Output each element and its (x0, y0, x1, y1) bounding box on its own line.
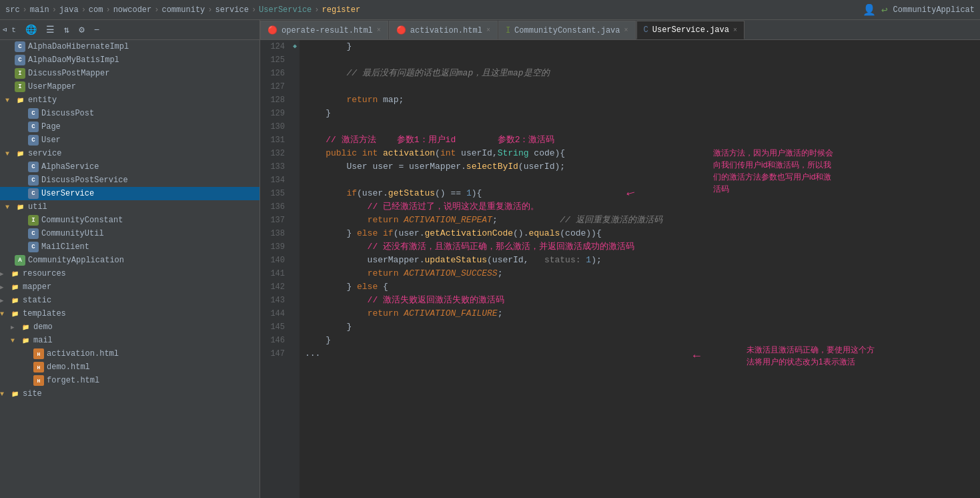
close-operate-result[interactable]: × (377, 27, 381, 34)
code-line-127 (305, 80, 975, 93)
icon-demo-folder: 📁 (20, 322, 31, 332)
line-num-141: 141 (266, 267, 285, 280)
user-icon[interactable]: 👤 (863, 3, 876, 17)
breadcrumb-com[interactable]: com (89, 5, 103, 15)
tree-item-activation-html[interactable]: H activation.html (0, 347, 260, 360)
sidebar-title-arrow: ⊲ t (3, 25, 16, 34)
sep2: › (52, 5, 57, 15)
code-editor[interactable]: 124 125 126 127 128 129 130 131 132 133 … (260, 40, 980, 498)
sidebar-align-icon[interactable]: ☰ (43, 23, 57, 37)
tree-item-user-service[interactable]: C UserService (0, 187, 260, 200)
label-alpha-dao-mybatis: AlphaDaoMyBatisImpl (28, 55, 119, 65)
tab-icon-user-service: C (644, 25, 648, 35)
label-demo-html: demo.html (47, 362, 90, 372)
sep7: › (252, 5, 256, 15)
code-line-137: return ACTIVATION_REPEAT; // 返回重复激活的激活码 (305, 214, 975, 227)
code-line-135: if(user.getStatus() == 1){ (305, 187, 975, 200)
code-lines: } // 最后没有问题的话也返回map，且这里map是空的 return map… (300, 40, 980, 498)
icon-alpha-service: C (28, 162, 39, 172)
tree-item-static-folder[interactable]: ▶ 📁 static (0, 294, 260, 307)
tree-item-entity-folder[interactable]: ▼ 📁 entity (0, 93, 260, 107)
tree-item-templates-folder[interactable]: ▼ 📁 templates (0, 307, 260, 320)
sidebar-gear-icon[interactable]: ⚙ (76, 23, 87, 37)
line-num-132: 132 (266, 147, 285, 160)
tab-community-constant[interactable]: I CommunityConstant.java × (498, 21, 636, 39)
tab-label-user-service: UserService.java (652, 25, 729, 35)
tree-item-mapper-folder[interactable]: ▶ 📁 mapper (0, 280, 260, 294)
line-num-124: 124 (266, 40, 285, 53)
breadcrumb-java[interactable]: java (59, 5, 79, 15)
breadcrumb-userservice[interactable]: UserService (259, 5, 312, 15)
tab-icon-operate-result: 🔴 (268, 25, 278, 35)
line-num-134: 134 (266, 174, 285, 187)
breadcrumb-main[interactable]: main (30, 5, 49, 15)
arrow-static: ▶ (0, 297, 9, 304)
tree-item-user[interactable]: C User (0, 134, 260, 147)
sidebar[interactable]: ⊲ t 🌐 ☰ ⇅ ⚙ − C AlphaDaoHibernateImpl C … (0, 20, 260, 498)
tree-item-alpha-dao-hibernate[interactable]: C AlphaDaoHibernateImpl (0, 40, 260, 53)
close-user-service[interactable]: × (733, 27, 737, 34)
icon-user-service: C (28, 188, 39, 199)
tree-item-resources-folder[interactable]: ▶ 📁 resources (0, 267, 260, 280)
sidebar-sort-icon[interactable]: ⇅ (61, 23, 72, 37)
tree-item-discuss-post-service[interactable]: C DiscussPostService (0, 174, 260, 187)
icon-discuss-post-mapper: I (15, 68, 25, 79)
sidebar-minus-icon[interactable]: − (91, 23, 102, 37)
breadcrumb-community[interactable]: community (161, 5, 205, 15)
tab-operate-result[interactable]: 🔴 operate-result.html × (260, 21, 388, 39)
label-static-folder: static (23, 296, 51, 305)
breadcrumb-nowcoder[interactable]: nowcoder (113, 5, 152, 15)
close-activation[interactable]: × (486, 27, 490, 34)
tree-item-page[interactable]: C Page (0, 120, 260, 134)
sep8: › (314, 5, 319, 15)
tree-item-demo-html[interactable]: H demo.html (0, 360, 260, 374)
tree-item-mail-folder[interactable]: ▼ 📁 mail (0, 334, 260, 347)
back-icon[interactable]: ↩ (881, 3, 888, 17)
arrow-entity: ▼ (5, 97, 15, 104)
code-content: 124 125 126 127 128 129 130 131 132 133 … (260, 40, 980, 498)
tab-user-service[interactable]: C UserService.java × (636, 21, 745, 39)
breadcrumb-src[interactable]: src (5, 5, 20, 15)
tab-label-activation: activation.html (410, 26, 482, 35)
breadcrumb-register[interactable]: register (322, 5, 361, 15)
tree-item-community-util[interactable]: C CommunityUtil (0, 227, 260, 240)
tree-item-discuss-post[interactable]: C DiscussPost (0, 107, 260, 120)
label-mail-client: MailClient (41, 242, 89, 252)
tree-item-alpha-service[interactable]: C AlphaService (0, 160, 260, 174)
tree-item-service-folder[interactable]: ▼ 📁 service (0, 147, 260, 160)
arrow-site: ▼ (0, 391, 9, 398)
tree-item-demo-folder[interactable]: ▶ 📁 demo (0, 320, 260, 334)
sep1: › (23, 5, 27, 15)
tree-item-alpha-dao-mybatis[interactable]: C AlphaDaoMyBatisImpl (0, 53, 260, 67)
tree-item-forget-html[interactable]: H forget.html (0, 374, 260, 387)
label-page: Page (41, 122, 61, 132)
tab-activation[interactable]: 🔴 activation.html × (389, 21, 498, 39)
tree-item-discuss-post-mapper[interactable]: I DiscussPostMapper (0, 67, 260, 80)
tree-item-user-mapper[interactable]: I UserMapper (0, 80, 260, 93)
header-right-icons: 👤 ↩ CommunityApplicat (863, 3, 975, 17)
close-community-constant[interactable]: × (624, 27, 628, 34)
tree-item-community-application[interactable]: A CommunityApplication (0, 254, 260, 267)
line-num-128: 128 (266, 93, 285, 107)
tree-item-site-folder[interactable]: ▼ 📁 site (0, 387, 260, 401)
line-num-146: 146 (266, 334, 285, 347)
code-line-129: } (305, 107, 975, 120)
line-num-131: 131 (266, 134, 285, 147)
line-num-135: 135 (266, 187, 285, 200)
arrow-demo: ▶ (11, 324, 20, 331)
code-line-134 (305, 174, 975, 187)
sidebar-globe-icon[interactable]: 🌐 (23, 23, 39, 37)
label-user-mapper: UserMapper (28, 82, 76, 91)
label-mail-folder: mail (33, 336, 53, 345)
label-activation-html: activation.html (47, 349, 119, 358)
line-num-129: 129 (266, 107, 285, 120)
breadcrumb-service[interactable]: service (215, 5, 248, 15)
tree-item-util-folder[interactable]: ▼ 📁 util (0, 200, 260, 214)
tree-item-community-constant[interactable]: I CommunityConstant (0, 214, 260, 227)
icon-mail-folder: 📁 (20, 335, 31, 346)
arrow-templates: ▼ (0, 310, 9, 318)
tree-item-mail-client[interactable]: C MailClient (0, 240, 260, 254)
arrow-service: ▼ (5, 150, 15, 158)
app-name: CommunityApplicat (893, 5, 975, 15)
sep6: › (207, 5, 212, 15)
